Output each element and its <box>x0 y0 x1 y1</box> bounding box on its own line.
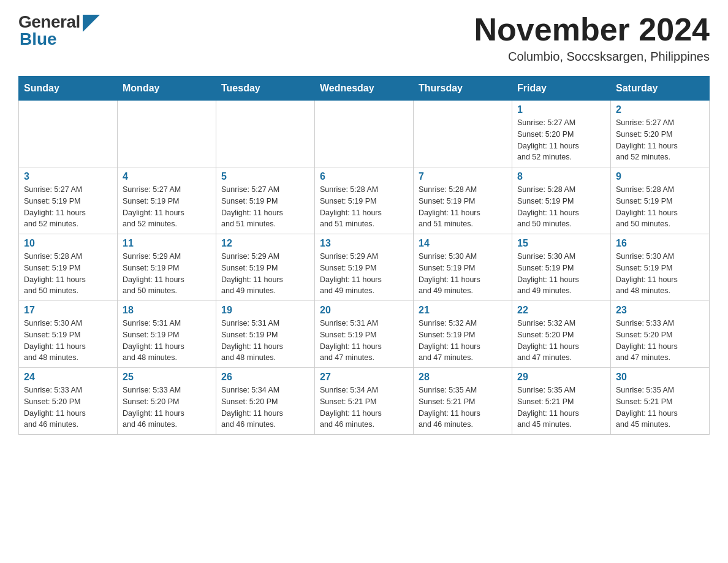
calendar-cell: 17Sunrise: 5:30 AM Sunset: 5:19 PM Dayli… <box>19 301 118 368</box>
calendar-cell <box>315 101 414 167</box>
day-number: 27 <box>320 372 408 383</box>
day-info: Sunrise: 5:28 AM Sunset: 5:19 PM Dayligh… <box>419 184 507 230</box>
day-info: Sunrise: 5:27 AM Sunset: 5:20 PM Dayligh… <box>616 117 704 163</box>
day-info: Sunrise: 5:30 AM Sunset: 5:19 PM Dayligh… <box>24 318 112 364</box>
weekday-header-tuesday: Tuesday <box>216 77 315 101</box>
weekday-header-sunday: Sunday <box>19 77 118 101</box>
day-info: Sunrise: 5:34 AM Sunset: 5:20 PM Dayligh… <box>221 385 309 431</box>
weekday-header-row: SundayMondayTuesdayWednesdayThursdayFrid… <box>19 77 710 101</box>
calendar-cell <box>216 101 315 167</box>
calendar-cell: 10Sunrise: 5:28 AM Sunset: 5:19 PM Dayli… <box>19 234 118 301</box>
day-number: 3 <box>24 171 112 182</box>
day-number: 8 <box>517 171 605 182</box>
calendar-cell: 8Sunrise: 5:28 AM Sunset: 5:19 PM Daylig… <box>512 167 611 234</box>
day-number: 11 <box>123 238 211 249</box>
day-number: 6 <box>320 171 408 182</box>
day-number: 4 <box>123 171 211 182</box>
calendar-cell: 25Sunrise: 5:33 AM Sunset: 5:20 PM Dayli… <box>118 368 216 435</box>
day-number: 12 <box>221 238 309 249</box>
day-number: 9 <box>616 171 704 182</box>
day-info: Sunrise: 5:31 AM Sunset: 5:19 PM Dayligh… <box>123 318 211 364</box>
calendar-cell: 6Sunrise: 5:28 AM Sunset: 5:19 PM Daylig… <box>315 167 414 234</box>
day-info: Sunrise: 5:30 AM Sunset: 5:19 PM Dayligh… <box>419 251 507 297</box>
calendar-cell: 21Sunrise: 5:32 AM Sunset: 5:19 PM Dayli… <box>414 301 512 368</box>
month-title: November 2024 <box>474 12 710 47</box>
day-number: 21 <box>419 305 507 316</box>
day-info: Sunrise: 5:29 AM Sunset: 5:19 PM Dayligh… <box>221 251 309 297</box>
day-number: 14 <box>419 238 507 249</box>
calendar-week-row: 10Sunrise: 5:28 AM Sunset: 5:19 PM Dayli… <box>19 234 710 301</box>
calendar-cell: 5Sunrise: 5:27 AM Sunset: 5:19 PM Daylig… <box>216 167 315 234</box>
day-number: 7 <box>419 171 507 182</box>
weekday-header-monday: Monday <box>118 77 216 101</box>
weekday-header-friday: Friday <box>512 77 611 101</box>
day-info: Sunrise: 5:27 AM Sunset: 5:19 PM Dayligh… <box>24 184 112 230</box>
calendar-cell: 15Sunrise: 5:30 AM Sunset: 5:19 PM Dayli… <box>512 234 611 301</box>
calendar-week-row: 24Sunrise: 5:33 AM Sunset: 5:20 PM Dayli… <box>19 368 710 435</box>
day-info: Sunrise: 5:35 AM Sunset: 5:21 PM Dayligh… <box>419 385 507 431</box>
calendar-cell: 30Sunrise: 5:35 AM Sunset: 5:21 PM Dayli… <box>611 368 710 435</box>
day-info: Sunrise: 5:32 AM Sunset: 5:19 PM Dayligh… <box>419 318 507 364</box>
calendar-cell <box>414 101 512 167</box>
calendar-cell <box>19 101 118 167</box>
calendar-week-row: 17Sunrise: 5:30 AM Sunset: 5:19 PM Dayli… <box>19 301 710 368</box>
calendar-cell: 23Sunrise: 5:33 AM Sunset: 5:20 PM Dayli… <box>611 301 710 368</box>
calendar-cell: 14Sunrise: 5:30 AM Sunset: 5:19 PM Dayli… <box>414 234 512 301</box>
day-info: Sunrise: 5:28 AM Sunset: 5:19 PM Dayligh… <box>517 184 605 230</box>
logo: General Blue <box>18 12 100 49</box>
calendar-cell: 18Sunrise: 5:31 AM Sunset: 5:19 PM Dayli… <box>118 301 216 368</box>
day-number: 18 <box>123 305 211 316</box>
calendar-week-row: 1Sunrise: 5:27 AM Sunset: 5:20 PM Daylig… <box>19 101 710 167</box>
location-text: Columbio, Soccsksargen, Philippines <box>474 50 710 64</box>
weekday-header-thursday: Thursday <box>414 77 512 101</box>
day-info: Sunrise: 5:28 AM Sunset: 5:19 PM Dayligh… <box>320 184 408 230</box>
day-number: 28 <box>419 372 507 383</box>
day-info: Sunrise: 5:33 AM Sunset: 5:20 PM Dayligh… <box>24 385 112 431</box>
day-number: 24 <box>24 372 112 383</box>
calendar-cell: 2Sunrise: 5:27 AM Sunset: 5:20 PM Daylig… <box>611 101 710 167</box>
calendar-cell: 9Sunrise: 5:28 AM Sunset: 5:19 PM Daylig… <box>611 167 710 234</box>
day-info: Sunrise: 5:27 AM Sunset: 5:19 PM Dayligh… <box>221 184 309 230</box>
day-number: 26 <box>221 372 309 383</box>
calendar-table: SundayMondayTuesdayWednesdayThursdayFrid… <box>18 76 710 435</box>
day-number: 1 <box>517 104 605 115</box>
day-info: Sunrise: 5:30 AM Sunset: 5:19 PM Dayligh… <box>616 251 704 297</box>
calendar-cell: 7Sunrise: 5:28 AM Sunset: 5:19 PM Daylig… <box>414 167 512 234</box>
day-number: 23 <box>616 305 704 316</box>
calendar-cell: 20Sunrise: 5:31 AM Sunset: 5:19 PM Dayli… <box>315 301 414 368</box>
title-section: November 2024 Columbio, Soccsksargen, Ph… <box>474 12 710 64</box>
day-info: Sunrise: 5:33 AM Sunset: 5:20 PM Dayligh… <box>123 385 211 431</box>
day-number: 17 <box>24 305 112 316</box>
day-info: Sunrise: 5:34 AM Sunset: 5:21 PM Dayligh… <box>320 385 408 431</box>
day-number: 20 <box>320 305 408 316</box>
day-info: Sunrise: 5:27 AM Sunset: 5:19 PM Dayligh… <box>123 184 211 230</box>
day-info: Sunrise: 5:29 AM Sunset: 5:19 PM Dayligh… <box>320 251 408 297</box>
day-info: Sunrise: 5:31 AM Sunset: 5:19 PM Dayligh… <box>221 318 309 364</box>
day-info: Sunrise: 5:29 AM Sunset: 5:19 PM Dayligh… <box>123 251 211 297</box>
day-info: Sunrise: 5:35 AM Sunset: 5:21 PM Dayligh… <box>517 385 605 431</box>
calendar-cell: 26Sunrise: 5:34 AM Sunset: 5:20 PM Dayli… <box>216 368 315 435</box>
weekday-header-saturday: Saturday <box>611 77 710 101</box>
calendar-cell: 24Sunrise: 5:33 AM Sunset: 5:20 PM Dayli… <box>19 368 118 435</box>
day-info: Sunrise: 5:35 AM Sunset: 5:21 PM Dayligh… <box>616 385 704 431</box>
day-number: 16 <box>616 238 704 249</box>
calendar-cell: 16Sunrise: 5:30 AM Sunset: 5:19 PM Dayli… <box>611 234 710 301</box>
day-info: Sunrise: 5:28 AM Sunset: 5:19 PM Dayligh… <box>616 184 704 230</box>
calendar-cell: 29Sunrise: 5:35 AM Sunset: 5:21 PM Dayli… <box>512 368 611 435</box>
calendar-cell: 19Sunrise: 5:31 AM Sunset: 5:19 PM Dayli… <box>216 301 315 368</box>
day-info: Sunrise: 5:33 AM Sunset: 5:20 PM Dayligh… <box>616 318 704 364</box>
day-number: 30 <box>616 372 704 383</box>
calendar-cell <box>118 101 216 167</box>
logo-blue-text: Blue <box>20 29 57 49</box>
day-info: Sunrise: 5:31 AM Sunset: 5:19 PM Dayligh… <box>320 318 408 364</box>
day-info: Sunrise: 5:30 AM Sunset: 5:19 PM Dayligh… <box>517 251 605 297</box>
calendar-cell: 11Sunrise: 5:29 AM Sunset: 5:19 PM Dayli… <box>118 234 216 301</box>
day-number: 5 <box>221 171 309 182</box>
calendar-week-row: 3Sunrise: 5:27 AM Sunset: 5:19 PM Daylig… <box>19 167 710 234</box>
calendar-cell: 1Sunrise: 5:27 AM Sunset: 5:20 PM Daylig… <box>512 101 611 167</box>
day-number: 13 <box>320 238 408 249</box>
day-number: 2 <box>616 104 704 115</box>
day-number: 15 <box>517 238 605 249</box>
weekday-header-wednesday: Wednesday <box>315 77 414 101</box>
page-header: General Blue November 2024 Columbio, Soc… <box>18 12 710 64</box>
